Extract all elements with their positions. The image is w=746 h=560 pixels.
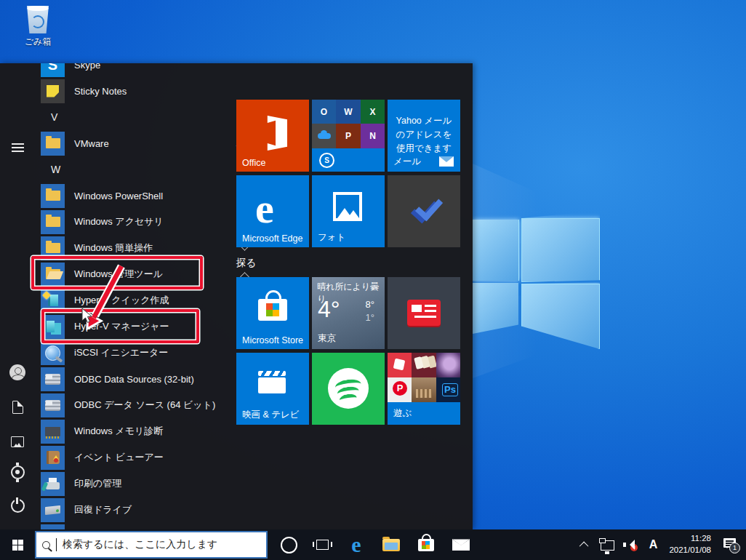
file-explorer-icon bbox=[382, 539, 400, 551]
tile-yahoo-mail[interactable]: Yahoo メールのアドレスを使用できます メール bbox=[388, 100, 460, 172]
app-list-item-windows-[interactable]: Windows 管理ツール bbox=[41, 261, 227, 287]
app-list-item-skype[interactable]: SSkype bbox=[41, 63, 227, 78]
start-button[interactable] bbox=[0, 529, 35, 560]
expand-menu-button[interactable] bbox=[9, 139, 26, 156]
screen: ごみ箱 SSkypeSticky NotesVVMwareWWindows Po… bbox=[0, 0, 746, 560]
app-list-item--[interactable]: 印刷の管理 bbox=[41, 471, 227, 497]
clock-button[interactable]: 11:28 2021/01/08 bbox=[666, 529, 714, 560]
start-menu: SSkypeSticky NotesVVMwareWWindows PowerS… bbox=[0, 63, 473, 529]
app-label: ODBC Data Sources (32-bit) bbox=[74, 374, 194, 385]
taskbar: 検索するには、ここに入力します e × A 11:28 2021/01/08 bbox=[0, 529, 746, 560]
skype-icon: S bbox=[41, 63, 65, 77]
hyperv-quick-create-icon bbox=[41, 289, 65, 313]
hamburger-icon bbox=[12, 143, 24, 145]
tile-spotify[interactable] bbox=[312, 353, 385, 425]
edge-icon: e bbox=[351, 534, 361, 556]
odbc-icon bbox=[41, 393, 65, 417]
task-view-button[interactable] bbox=[305, 529, 339, 560]
folder-icon bbox=[41, 210, 65, 234]
app-list-item-vmware[interactable]: VMware bbox=[41, 130, 227, 156]
file-explorer-button[interactable] bbox=[374, 529, 409, 560]
app-list-item-windows-[interactable]: Windows メモリ診断 bbox=[41, 418, 227, 444]
yahoo-mail-text: Yahoo メールのアドレスを使用できます bbox=[392, 114, 456, 155]
outlook-icon: O bbox=[312, 100, 336, 124]
app-label: Skype bbox=[74, 63, 100, 71]
hidden-icons-button[interactable] bbox=[576, 529, 593, 560]
app-list-item-odbc-data-sources-32-bit-[interactable]: ODBC Data Sources (32-bit) bbox=[41, 366, 227, 392]
section-letter[interactable]: V bbox=[51, 104, 57, 130]
app-label: Hyper-V クイック作成 bbox=[74, 294, 169, 307]
tile-play-folder[interactable]: 遊ぶ bbox=[388, 353, 460, 425]
network-icon bbox=[601, 540, 614, 551]
tray-date: 2021/01/08 bbox=[669, 545, 711, 556]
mail-icon bbox=[452, 539, 470, 551]
app-list-item-partial[interactable] bbox=[41, 523, 227, 529]
hyperv-manager-icon bbox=[41, 315, 65, 339]
store-taskbar-button[interactable] bbox=[409, 529, 444, 560]
tile-movies-tv[interactable]: 映画 & テレビ bbox=[236, 353, 309, 425]
settings-button[interactable] bbox=[9, 463, 26, 481]
onenote-icon: N bbox=[361, 124, 385, 148]
network-button[interactable] bbox=[598, 529, 617, 560]
folder-icon bbox=[41, 184, 65, 208]
tile-to-do[interactable] bbox=[388, 175, 460, 247]
task-view-icon bbox=[316, 540, 329, 550]
tile-microsoft-365-folder[interactable]: O W X P N S bbox=[312, 100, 385, 172]
recycle-bin[interactable]: ごみ箱 bbox=[16, 6, 60, 48]
puzzle-game-icon bbox=[436, 353, 460, 377]
app-list-item-iscsi-[interactable]: iSCSI イニシエーター bbox=[41, 340, 227, 366]
tile-news[interactable] bbox=[388, 277, 460, 349]
app-list-item-hyper-v-[interactable]: Hyper-V クイック作成 bbox=[41, 287, 227, 313]
tile-photos[interactable]: フォト bbox=[312, 175, 385, 247]
app-list-item-hyper-v-[interactable]: Hyper-V マネージャー bbox=[41, 313, 227, 340]
app-label: Hyper-V マネージャー bbox=[74, 320, 169, 333]
start-icon bbox=[12, 540, 23, 551]
tile-office[interactable]: Office bbox=[236, 100, 309, 172]
mail-taskbar-button[interactable] bbox=[444, 529, 478, 560]
app-list-item-sticky-notes[interactable]: Sticky Notes bbox=[41, 78, 227, 104]
app-list-item-windows-[interactable]: Windows 簡単操作 bbox=[41, 235, 227, 261]
pictures-button[interactable] bbox=[9, 433, 26, 450]
memory-diagnostic-icon bbox=[41, 420, 65, 444]
recycle-bin-icon bbox=[25, 6, 50, 33]
store-icon bbox=[258, 299, 287, 321]
cortana-button[interactable] bbox=[272, 529, 305, 560]
ime-mode-button[interactable]: A bbox=[644, 529, 662, 560]
envelope-icon bbox=[439, 156, 454, 167]
app-label: Sticky Notes bbox=[74, 86, 127, 97]
app-label: Windows PowerShell bbox=[74, 191, 163, 201]
edge-taskbar-button[interactable]: e bbox=[339, 529, 374, 560]
section-letter[interactable]: W bbox=[51, 156, 60, 183]
roblox-icon bbox=[388, 353, 412, 377]
tile-weather[interactable]: 晴れ所により曇り 4° 8° 1° 東京 bbox=[312, 277, 385, 349]
folder-open-icon bbox=[41, 263, 65, 287]
power-button[interactable] bbox=[9, 497, 26, 514]
tile-group-header[interactable]: 探る bbox=[236, 257, 256, 270]
user-button[interactable] bbox=[9, 364, 26, 381]
search-placeholder: 検索するには、ここに入力します bbox=[63, 538, 217, 551]
ime-mode: A bbox=[648, 538, 659, 551]
app-list-item-windows-[interactable]: Windows アクセサリ bbox=[41, 209, 227, 235]
onedrive-icon bbox=[312, 124, 336, 148]
volume-button[interactable]: × bbox=[621, 529, 640, 560]
app-list-item--[interactable]: イベント ビューアー bbox=[41, 444, 227, 471]
app-label: イベント ビューアー bbox=[74, 451, 164, 464]
app-label: iSCSI イニシエーター bbox=[74, 346, 168, 359]
system-tray: × A 11:28 2021/01/08 1 bbox=[576, 529, 746, 560]
action-center-button[interactable]: 1 bbox=[718, 529, 743, 560]
odbc-icon bbox=[41, 367, 65, 391]
app-label: 回復ドライブ bbox=[74, 503, 132, 516]
text-caret bbox=[56, 538, 57, 551]
recovery-drive-icon bbox=[41, 498, 65, 522]
notification-badge: 1 bbox=[729, 543, 740, 553]
search-input[interactable]: 検索するには、ここに入力します bbox=[35, 531, 268, 559]
tile-microsoft-store[interactable]: Microsoft Store bbox=[236, 277, 309, 349]
app-list-item-odbc-64-[interactable]: ODBC データ ソース (64 ビット) bbox=[41, 392, 227, 418]
documents-button[interactable] bbox=[9, 399, 26, 416]
word-icon: W bbox=[336, 100, 361, 124]
tile-microsoft-edge[interactable]: e Microsoft Edge bbox=[236, 175, 309, 247]
app-list-item--[interactable]: 回復ドライブ bbox=[41, 497, 227, 523]
app-list-item-windows-powershell[interactable]: Windows PowerShell bbox=[41, 183, 227, 209]
cards-game-icon bbox=[412, 353, 436, 377]
folder-icon bbox=[41, 132, 65, 156]
